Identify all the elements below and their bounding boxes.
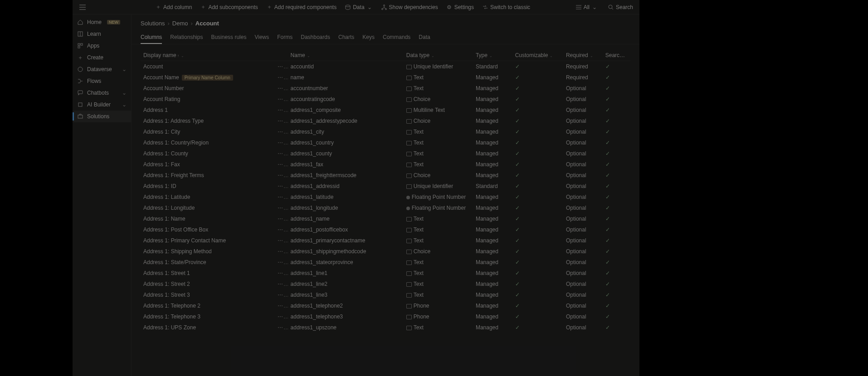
cell-type: Managed xyxy=(473,289,512,300)
table-row[interactable]: Address 1⋯address1_compositeMultiline Te… xyxy=(141,105,630,116)
row-actions-button[interactable]: ⋯ xyxy=(275,126,288,137)
tab-commands[interactable]: Commands xyxy=(383,31,410,44)
tab-forms[interactable]: Forms xyxy=(277,31,293,44)
row-actions-button[interactable]: ⋯ xyxy=(275,159,288,170)
show-dependencies-button[interactable]: Show dependencies xyxy=(378,2,441,12)
row-actions-button[interactable]: ⋯ xyxy=(275,322,288,333)
add-column-button[interactable]: ＋ Add column xyxy=(152,2,195,12)
nav-apps[interactable]: Apps xyxy=(73,40,131,52)
add-subcomponents-button[interactable]: ＋ Add subcomponents xyxy=(197,2,260,12)
row-actions-button[interactable]: ⋯ xyxy=(275,116,288,126)
table-row[interactable]: Address 1: Street 1⋯address1_line1TextMa… xyxy=(141,268,630,279)
col-customizable[interactable]: Customizable⌄ xyxy=(512,50,563,61)
filter-all-button[interactable]: All ⌄ xyxy=(573,2,600,12)
data-button[interactable]: Data ⌄ xyxy=(342,2,375,12)
row-actions-button[interactable]: ⋯ xyxy=(275,181,288,192)
table-row[interactable]: Address 1: Post Office Box⋯address1_post… xyxy=(141,224,630,235)
cell-searchable: ✓ xyxy=(603,83,630,94)
row-actions-button[interactable]: ⋯ xyxy=(275,192,288,202)
nav-flows[interactable]: Flows xyxy=(73,75,131,87)
row-actions-button[interactable]: ⋯ xyxy=(275,257,288,268)
hamburger-button[interactable] xyxy=(76,1,89,14)
table-row[interactable]: Address 1: State/Province⋯address1_state… xyxy=(141,257,630,268)
table-row[interactable]: Address 1: Fax⋯address1_faxTextManaged✓O… xyxy=(141,159,630,170)
breadcrumb-solutions[interactable]: Solutions xyxy=(141,20,165,27)
col-data-type[interactable]: Data type⌄ xyxy=(404,50,473,61)
table-row[interactable]: Address 1: Address Type⋯address1_address… xyxy=(141,116,630,126)
nav-home[interactable]: Home NEW xyxy=(73,16,131,28)
nav-ai-builder[interactable]: AI Builder ⌄ xyxy=(73,99,131,111)
row-actions-button[interactable]: ⋯ xyxy=(275,72,288,83)
breadcrumb-demo[interactable]: Demo xyxy=(172,20,188,27)
table-row[interactable]: Address 1: Telephone 2⋯address1_telephon… xyxy=(141,300,630,311)
table-row[interactable]: Address 1: Telephone 3⋯address1_telephon… xyxy=(141,311,630,322)
row-actions-button[interactable]: ⋯ xyxy=(275,268,288,279)
table-row[interactable]: Address 1: Country/Region⋯address1_count… xyxy=(141,137,630,148)
cell-name: address1_postofficebox xyxy=(288,224,404,235)
tab-keys[interactable]: Keys xyxy=(362,31,375,44)
nav-dataverse[interactable]: Dataverse ⌄ xyxy=(73,63,131,75)
table-row[interactable]: Account Rating⋯accountratingcodeChoiceMa… xyxy=(141,94,630,105)
table-row[interactable]: Address 1: ID⋯address1_addressidUnique I… xyxy=(141,181,630,192)
col-name[interactable]: Name⌄ xyxy=(288,50,404,61)
nav-solutions[interactable]: Solutions xyxy=(73,111,131,122)
row-actions-button[interactable]: ⋯ xyxy=(275,94,288,105)
nav-create[interactable]: ＋ Create xyxy=(73,52,131,63)
row-actions-button[interactable]: ⋯ xyxy=(275,300,288,311)
tab-charts[interactable]: Charts xyxy=(338,31,354,44)
col-required[interactable]: Required⌄ xyxy=(563,50,603,61)
table-row[interactable]: Address 1: Latitude⋯address1_latitudeFlo… xyxy=(141,192,630,202)
row-actions-button[interactable]: ⋯ xyxy=(275,170,288,181)
row-actions-button[interactable]: ⋯ xyxy=(275,202,288,213)
table-row[interactable]: Address 1: Shipping Method⋯address1_ship… xyxy=(141,246,630,257)
table-row[interactable]: Address 1: Primary Contact Name⋯address1… xyxy=(141,235,630,246)
cell-customizable: ✓ xyxy=(512,148,563,159)
nav-chatbots[interactable]: Chatbots ⌄ xyxy=(73,87,131,99)
row-actions-button[interactable]: ⋯ xyxy=(275,105,288,116)
col-searchable[interactable]: Searcha...⌄ xyxy=(603,50,630,61)
tab-data[interactable]: Data xyxy=(419,31,430,44)
row-actions-button[interactable]: ⋯ xyxy=(275,235,288,246)
settings-button[interactable]: ⚙ Settings xyxy=(444,2,477,12)
table-row[interactable]: Account Number⋯accountnumberTextManaged✓… xyxy=(141,83,630,94)
row-actions-button[interactable]: ⋯ xyxy=(275,289,288,300)
tab-relationships[interactable]: Relationships xyxy=(170,31,203,44)
float-type-icon xyxy=(406,207,410,210)
col-display-name[interactable]: Display name↑⌄ xyxy=(141,50,275,61)
nav-learn[interactable]: Learn xyxy=(73,28,131,40)
cell-customizable: ✓ xyxy=(512,61,563,72)
row-actions-button[interactable]: ⋯ xyxy=(275,246,288,257)
table-row[interactable]: Address 1: City⋯address1_cityTextManaged… xyxy=(141,126,630,137)
row-actions-button[interactable]: ⋯ xyxy=(275,311,288,322)
row-actions-button[interactable]: ⋯ xyxy=(275,137,288,148)
cell-customizable: ✓ xyxy=(512,72,563,83)
text-type-icon xyxy=(406,76,412,80)
search-button[interactable]: Search xyxy=(605,2,636,12)
table-row[interactable]: Address 1: UPS Zone⋯address1_upszoneText… xyxy=(141,322,630,333)
row-actions-button[interactable]: ⋯ xyxy=(275,148,288,159)
tab-business-rules[interactable]: Business rules xyxy=(211,31,246,44)
table-row[interactable]: Address 1: Name⋯address1_nameTextManaged… xyxy=(141,213,630,224)
table-row[interactable]: Address 1: Longitude⋯address1_longitudeF… xyxy=(141,202,630,213)
add-required-button[interactable]: ＋ Add required components xyxy=(263,2,339,12)
tab-views[interactable]: Views xyxy=(254,31,269,44)
cell-customizable: ✓ xyxy=(512,322,563,333)
row-actions-button[interactable]: ⋯ xyxy=(275,83,288,94)
cell-type: Managed xyxy=(473,224,512,235)
uid-type-icon xyxy=(406,184,412,189)
switch-classic-button[interactable]: Switch to classic xyxy=(479,2,533,12)
tab-dashboards[interactable]: Dashboards xyxy=(301,31,330,44)
phone-type-icon xyxy=(406,315,412,319)
table-row[interactable]: Address 1: Street 3⋯address1_line3TextMa… xyxy=(141,289,630,300)
table-row[interactable]: Account⋯accountidUnique IdentifierStanda… xyxy=(141,61,630,72)
row-actions-button[interactable]: ⋯ xyxy=(275,279,288,289)
table-row[interactable]: Account NamePrimary Name Column⋯nameText… xyxy=(141,72,630,83)
table-row[interactable]: Address 1: Freight Terms⋯address1_freigh… xyxy=(141,170,630,181)
row-actions-button[interactable]: ⋯ xyxy=(275,213,288,224)
table-row[interactable]: Address 1: County⋯address1_countyTextMan… xyxy=(141,148,630,159)
row-actions-button[interactable]: ⋯ xyxy=(275,224,288,235)
row-actions-button[interactable]: ⋯ xyxy=(275,61,288,72)
tab-columns[interactable]: Columns xyxy=(141,31,162,44)
col-type[interactable]: Type⌄ xyxy=(473,50,512,61)
table-row[interactable]: Address 1: Street 2⋯address1_line2TextMa… xyxy=(141,279,630,289)
